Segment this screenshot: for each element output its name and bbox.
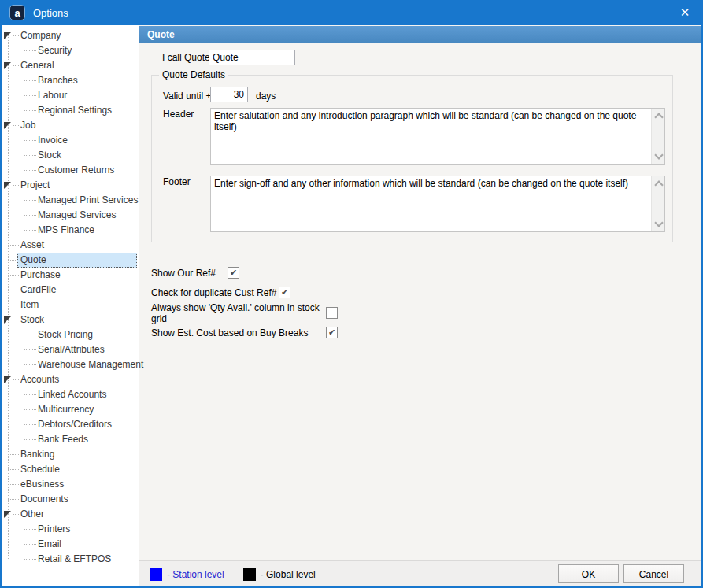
header-textarea-frame: Enter salutation and any introduction pa… <box>210 108 665 165</box>
expander-icon[interactable] <box>4 182 11 189</box>
tree-item-label: Stock Pricing <box>35 327 95 342</box>
header-scrollbar[interactable] <box>651 109 664 164</box>
tree-item-label: eBusiness <box>18 477 66 492</box>
sidebar-item-job[interactable]: Job <box>2 118 139 133</box>
tree-item-label: Labour <box>35 88 69 103</box>
checked-checkbox[interactable]: ✔ <box>326 327 338 338</box>
tree-item-label: Schedule <box>18 462 62 477</box>
sidebar-item-general[interactable]: General <box>2 58 139 73</box>
sidebar-item-quote[interactable]: Quote <box>2 253 139 268</box>
tree-item-label: Security <box>35 43 74 58</box>
sidebar-item-security[interactable]: Security <box>2 43 139 58</box>
checked-checkbox[interactable]: ✔ <box>279 287 290 298</box>
tree-item-label: Serial/Attributes <box>35 342 107 357</box>
checked-checkbox[interactable]: ✔ <box>228 267 239 279</box>
footer-label: Footer <box>163 174 191 190</box>
header-textarea[interactable]: Enter salutation and any introduction pa… <box>211 109 650 164</box>
cancel-button[interactable]: Cancel <box>623 564 684 583</box>
tree-item-label: Job <box>18 118 38 133</box>
tree-item-label: Other <box>18 507 46 522</box>
sidebar-item-printers[interactable]: Printers <box>2 522 139 537</box>
sidebar-item-multicurrency[interactable]: Multicurrency <box>2 402 139 417</box>
tree-item-label: Warehouse Management <box>35 357 146 372</box>
tree-item-label: Debtors/Creditors <box>35 417 114 432</box>
footer-scrollbar[interactable] <box>651 176 664 231</box>
tree-item-label: MPS Finance <box>35 223 97 238</box>
window-title: Options <box>33 7 68 19</box>
sidebar-item-project[interactable]: Project <box>2 178 139 193</box>
tree-item-label: Retail & EFTPOS <box>35 552 113 567</box>
valid-until-input[interactable] <box>210 87 248 102</box>
expander-icon[interactable] <box>4 316 11 324</box>
sidebar-item-customer-returns[interactable]: Customer Returns <box>2 163 139 178</box>
expander-icon[interactable] <box>4 376 11 383</box>
tree-item-label: Stock <box>35 148 64 163</box>
options-tree-sidebar: CompanySecurityGeneralBranchesLabourRegi… <box>2 25 139 586</box>
sidebar-item-managed-print-services[interactable]: Managed Print Services <box>2 193 139 208</box>
i-call-quote-input[interactable] <box>209 50 295 65</box>
footer-textarea[interactable]: Enter sign-off and any other information… <box>211 176 650 231</box>
sidebar-item-other[interactable]: Other <box>2 507 139 522</box>
sidebar-item-documents[interactable]: Documents <box>2 492 139 507</box>
checkbox-label: Show Our Ref# <box>151 268 228 279</box>
quote-settings-panel: Quote I call Quote Quote Defaults Valid … <box>139 25 701 586</box>
sidebar-item-email[interactable]: Email <box>2 537 139 552</box>
tree-item-label: Linked Accounts <box>35 387 109 402</box>
title-bar: a Options ✕ <box>0 0 703 25</box>
sidebar-item-branches[interactable]: Branches <box>2 73 139 88</box>
expander-icon[interactable] <box>4 511 11 518</box>
unchecked-checkbox[interactable] <box>326 307 338 319</box>
tree-item-label: Quote <box>18 253 49 268</box>
tree-item-label: Email <box>35 537 64 552</box>
option-row-check-for-duplicate-cust-ref: Check for duplicate Cust Ref#✔ <box>151 286 290 299</box>
sidebar-item-retail-eftpos[interactable]: Retail & EFTPOS <box>2 552 139 567</box>
checkbox-label: Show Est. Cost based on Buy Breaks <box>151 327 326 338</box>
expander-icon[interactable] <box>4 32 11 39</box>
expander-icon[interactable] <box>4 62 11 69</box>
sidebar-item-debtors-creditors[interactable]: Debtors/Creditors <box>2 417 139 432</box>
tree-item-label: Accounts <box>18 372 61 387</box>
sidebar-item-ebusiness[interactable]: eBusiness <box>2 477 139 492</box>
valid-until-label: Valid until + <box>163 88 211 104</box>
legend-label: - Global level <box>261 569 316 580</box>
sidebar-item-bank-feeds[interactable]: Bank Feeds <box>2 432 139 447</box>
sidebar-item-asset[interactable]: Asset <box>2 238 139 253</box>
sidebar-item-stock[interactable]: Stock <box>2 312 139 327</box>
sidebar-item-labour[interactable]: Labour <box>2 88 139 103</box>
legend-item-station-level: - Station level <box>150 568 224 581</box>
option-row-show-our-ref: Show Our Ref#✔ <box>151 266 239 279</box>
tree-item-label: Asset <box>18 238 46 253</box>
close-icon[interactable]: ✕ <box>667 0 703 25</box>
sidebar-item-mps-finance[interactable]: MPS Finance <box>2 223 139 238</box>
tree-item-label: Printers <box>35 522 72 537</box>
tree-item-label: Item <box>18 298 41 312</box>
sidebar-item-stock[interactable]: Stock <box>2 148 139 163</box>
sidebar-item-managed-services[interactable]: Managed Services <box>2 208 139 223</box>
tree-item-label: Branches <box>35 73 80 88</box>
option-row-always-show-qty-avail-column-in-stock-grid: Always show 'Qty Avail.' column in stock… <box>151 306 338 320</box>
tree-item-label: CardFile <box>18 283 58 298</box>
tree-item-label: Multicurrency <box>35 402 96 417</box>
sidebar-item-cardfile[interactable]: CardFile <box>2 283 139 298</box>
sidebar-item-linked-accounts[interactable]: Linked Accounts <box>2 387 139 402</box>
sidebar-item-item[interactable]: Item <box>2 298 139 312</box>
sidebar-item-company[interactable]: Company <box>2 28 139 43</box>
sidebar-item-stock-pricing[interactable]: Stock Pricing <box>2 327 139 342</box>
sidebar-item-banking[interactable]: Banking <box>2 447 139 462</box>
sidebar-item-warehouse-management[interactable]: Warehouse Management <box>2 357 139 372</box>
expander-icon[interactable] <box>4 122 11 129</box>
sidebar-item-purchase[interactable]: Purchase <box>2 268 139 283</box>
sidebar-item-schedule[interactable]: Schedule <box>2 462 139 477</box>
header-label: Header <box>163 106 194 122</box>
sidebar-item-invoice[interactable]: Invoice <box>2 133 139 148</box>
quote-defaults-group-title: Quote Defaults <box>159 69 228 80</box>
tree-item-label: Managed Print Services <box>35 193 140 208</box>
sidebar-item-serial-attributes[interactable]: Serial/Attributes <box>2 342 139 357</box>
tree-item-label: Bank Feeds <box>35 432 91 447</box>
sidebar-item-accounts[interactable]: Accounts <box>2 372 139 387</box>
tree-item-label: Company <box>18 28 63 43</box>
tree-item-label: Customer Returns <box>35 163 117 178</box>
tree-item-label: Project <box>18 178 52 193</box>
sidebar-item-regional-settings[interactable]: Regional Settings <box>2 103 139 118</box>
ok-button[interactable]: OK <box>558 564 619 583</box>
